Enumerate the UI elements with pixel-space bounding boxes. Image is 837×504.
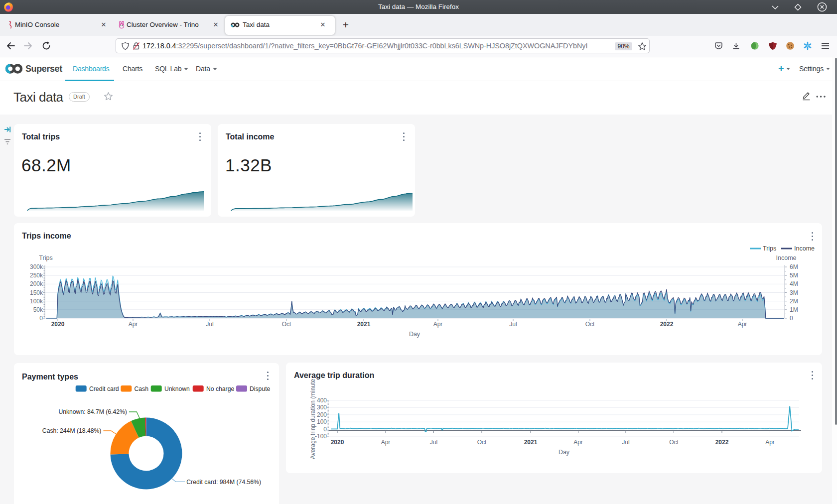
svg-text:Unknown: Unknown [164,385,190,392]
svg-text:2021: 2021 [524,439,538,446]
svg-text:300: 300 [317,404,327,411]
svg-text:1M: 1M [790,306,798,313]
svg-text:2022: 2022 [660,321,674,328]
svg-text:100k: 100k [30,298,43,305]
svg-text:Day: Day [558,449,570,456]
svg-text:Jul: Jul [430,439,437,446]
svg-text:Oct: Oct [585,321,595,328]
svg-text:2022: 2022 [715,439,729,446]
svg-text:Oct: Oct [669,439,679,446]
svg-text:Cash: Cash [135,385,148,392]
svg-text:4M: 4M [790,280,798,287]
svg-text:250k: 250k [30,272,43,279]
svg-text:0: 0 [39,315,43,322]
svg-text:Dispute: Dispute [250,385,271,392]
svg-text:0: 0 [790,315,793,322]
svg-text:5M: 5M [790,272,798,279]
svg-text:Apr: Apr [433,321,443,328]
svg-text:Credit card: Credit card [89,385,119,392]
svg-text:Income: Income [776,254,797,261]
svg-text:Apr: Apr [381,439,391,446]
svg-text:Apr: Apr [129,321,138,328]
svg-text:200: 200 [317,411,327,418]
svg-text:Oct: Oct [282,321,291,328]
svg-text:150k: 150k [30,289,43,296]
svg-text:0: 0 [323,426,327,433]
svg-text:2020: 2020 [331,439,344,446]
svg-text:Income: Income [794,245,815,252]
svg-text:Day: Day [409,331,420,338]
svg-text:Average trinp duration (minute: Average trinp duration (minute [309,378,316,459]
svg-text:400: 400 [317,397,327,404]
svg-text:2021: 2021 [357,321,371,328]
svg-text:Apr: Apr [765,439,775,446]
svg-text:6M: 6M [790,263,798,270]
svg-text:Unknown: 84.7M (6.42%): Unknown: 84.7M (6.42%) [58,408,127,415]
svg-text:Oct: Oct [477,439,487,446]
svg-text:No charge: No charge [206,385,234,392]
svg-text:Apr: Apr [573,439,583,446]
svg-text:Apr: Apr [738,321,747,328]
svg-text:-100: -100 [315,433,327,440]
svg-text:Jul: Jul [622,439,629,446]
svg-text:Trips: Trips [39,254,52,261]
svg-text:Credit card: 984M (74.56%): Credit card: 984M (74.56%) [186,479,261,486]
svg-text:100: 100 [317,418,327,425]
svg-text:Jul: Jul [509,321,517,328]
svg-text:2020: 2020 [51,321,65,328]
svg-text:Trips: Trips [763,245,776,252]
svg-text:50k: 50k [33,306,43,313]
svg-text:300k: 300k [30,263,43,270]
svg-text:Cash: 244M (18.48%): Cash: 244M (18.48%) [42,427,102,434]
svg-text:2M: 2M [790,298,798,305]
svg-text:3M: 3M [790,289,798,296]
svg-text:200k: 200k [30,280,43,287]
svg-text:Jul: Jul [206,321,213,328]
